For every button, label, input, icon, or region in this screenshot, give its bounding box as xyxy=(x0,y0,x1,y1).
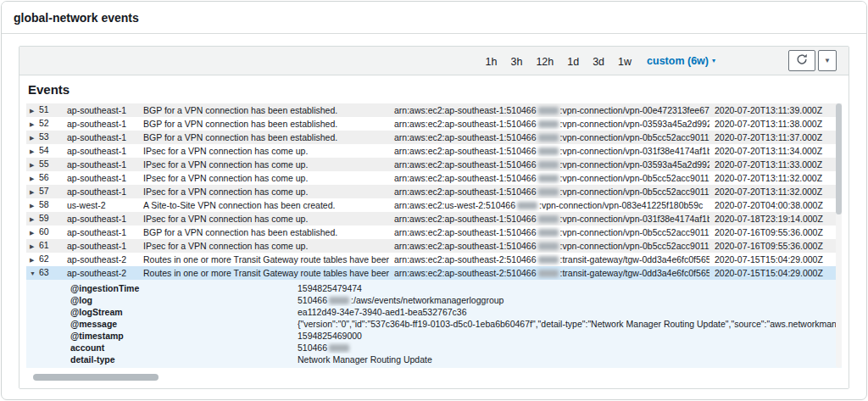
redacted-text xyxy=(538,256,559,264)
redacted-text xyxy=(538,215,559,223)
event-resource-arn: arn:aws:ec2:ap-southeast-2:510466:transi… xyxy=(389,266,709,280)
horizontal-scrollbar-thumb[interactable] xyxy=(33,374,159,381)
event-row[interactable]: ▶53ap-southeast-1BGP for a VPN connectio… xyxy=(26,131,842,144)
horizontal-scrollbar xyxy=(28,374,840,381)
range-12h-button[interactable]: 12h xyxy=(529,56,560,68)
event-row[interactable]: ▶60ap-southeast-1BGP for a VPN connectio… xyxy=(26,226,842,239)
event-row[interactable]: ▶58us-west-2A Site-to-Site VPN connectio… xyxy=(26,198,842,212)
event-row[interactable]: ▶59ap-southeast-1IPsec for a VPN connect… xyxy=(26,212,842,226)
custom-range-label: custom (6w) xyxy=(647,55,709,67)
event-message: IPsec for a VPN connection has come up. xyxy=(138,171,389,185)
range-1h-button[interactable]: 1h xyxy=(479,56,504,68)
row-number: 60 xyxy=(39,226,49,237)
event-row-number-cell: ▶60 xyxy=(26,226,62,239)
refresh-button[interactable] xyxy=(788,50,815,71)
expand-caret-icon[interactable]: ▶ xyxy=(30,104,39,117)
event-row-number-cell: ▶51 xyxy=(26,103,62,117)
event-message: BGP for a VPN connection has been establ… xyxy=(138,117,389,131)
event-row[interactable]: ▶51ap-southeast-1BGP for a VPN connectio… xyxy=(26,103,842,117)
event-resource-arn: arn:aws:ec2:ap-southeast-2:510466:transi… xyxy=(389,253,709,266)
detail-value: 1594825479474 xyxy=(298,282,842,294)
event-message: IPsec for a VPN connection has come up. xyxy=(138,239,389,253)
global-network-events-window: global-network events 1h3h12h1d3d1w cust… xyxy=(1,1,867,400)
redacted-text xyxy=(538,175,559,182)
refresh-button-group: ▼ xyxy=(788,50,837,71)
event-detail-row: @ingestionTime1594825479474@log510466:/a… xyxy=(26,280,842,368)
custom-range-button[interactable]: custom (6w) ▾ xyxy=(642,55,721,67)
event-region: ap-southeast-1 xyxy=(62,185,138,198)
range-3d-button[interactable]: 3d xyxy=(586,56,611,68)
detail-key: @ingestionTime xyxy=(26,282,298,294)
expand-caret-icon[interactable]: ▶ xyxy=(30,118,39,131)
event-row[interactable]: ▼63ap-southeast-2Routes in one or more T… xyxy=(26,266,842,280)
row-number: 56 xyxy=(39,172,49,182)
event-row[interactable]: ▶62ap-southeast-2Routes in one or more T… xyxy=(26,253,842,266)
event-row[interactable]: ▶56ap-southeast-1IPsec for a VPN connect… xyxy=(26,171,842,185)
expand-caret-icon[interactable]: ▶ xyxy=(30,213,39,226)
event-resource-arn: arn:aws:ec2:ap-southeast-1:510466:vpn-co… xyxy=(389,158,709,171)
events-panel: Events ▶51ap-southeast-1BGP for a VPN co… xyxy=(19,75,849,388)
event-timestamp: 2020-07-20T13:11:39.000Z xyxy=(709,103,842,117)
event-detail-panel: @ingestionTime1594825479474@log510466:/a… xyxy=(26,280,842,368)
expand-caret-icon[interactable]: ▶ xyxy=(30,159,39,171)
row-number: 59 xyxy=(39,213,49,223)
range-3h-button[interactable]: 3h xyxy=(504,56,529,68)
row-number: 53 xyxy=(39,131,49,142)
redacted-text xyxy=(538,270,559,277)
page-content: 1h3h12h1d3d1w custom (6w) ▾ xyxy=(2,34,866,389)
event-row[interactable]: ▶52ap-southeast-1BGP for a VPN connectio… xyxy=(26,117,842,131)
events-table-wrap: ▶51ap-southeast-1BGP for a VPN connectio… xyxy=(26,103,842,368)
event-resource-arn: arn:aws:ec2:ap-southeast-1:510466:vpn-co… xyxy=(389,103,709,117)
redacted-text xyxy=(329,297,349,304)
event-region: ap-southeast-1 xyxy=(62,117,138,131)
expand-caret-icon[interactable]: ▶ xyxy=(30,131,39,144)
event-row[interactable]: ▶57ap-southeast-1IPsec for a VPN connect… xyxy=(26,185,842,198)
event-row-number-cell: ▶61 xyxy=(26,239,62,253)
event-timestamp: 2020-07-16T09:55:36.000Z xyxy=(709,239,842,253)
event-row-number-cell: ▶52 xyxy=(26,117,62,131)
page-header: global-network events xyxy=(2,2,866,34)
event-row-number-cell: ▶54 xyxy=(26,144,62,158)
event-row-number-cell: ▶57 xyxy=(26,185,62,198)
detail-key: account xyxy=(26,342,298,354)
event-region: ap-southeast-1 xyxy=(62,131,138,144)
event-resource-arn: arn:aws:ec2:ap-southeast-1:510466:vpn-co… xyxy=(389,117,709,131)
event-timestamp: 2020-07-20T13:11:34.000Z xyxy=(709,144,842,158)
expand-caret-icon[interactable]: ▶ xyxy=(30,172,39,185)
expand-caret-icon[interactable]: ▶ xyxy=(30,145,39,158)
range-1d-button[interactable]: 1d xyxy=(560,56,586,68)
collapse-caret-icon[interactable]: ▼ xyxy=(30,267,39,280)
event-row-number-cell: ▶53 xyxy=(26,131,62,144)
events-title: Events xyxy=(28,82,842,97)
detail-value: ea112d49-34e7-3940-aed1-bea532767c36 xyxy=(298,306,842,318)
redacted-text xyxy=(538,148,559,155)
row-number: 52 xyxy=(39,118,49,128)
events-table: ▶51ap-southeast-1BGP for a VPN connectio… xyxy=(26,103,842,368)
event-row-number-cell: ▶56 xyxy=(26,171,62,185)
refresh-options-button[interactable]: ▼ xyxy=(818,50,837,71)
vertical-scrollbar xyxy=(836,103,842,368)
event-message: IPsec for a VPN connection has come up. xyxy=(138,158,389,171)
event-region: ap-southeast-1 xyxy=(62,103,138,117)
row-number: 63 xyxy=(39,267,49,277)
range-1w-button[interactable]: 1w xyxy=(611,56,638,68)
event-timestamp: 2020-07-20T04:00:38.000Z xyxy=(709,198,842,212)
expand-caret-icon[interactable]: ▶ xyxy=(30,253,39,266)
expand-caret-icon[interactable]: ▶ xyxy=(30,240,39,253)
row-number: 54 xyxy=(39,145,49,155)
event-row[interactable]: ▶55ap-southeast-1IPsec for a VPN connect… xyxy=(26,158,842,171)
expand-caret-icon[interactable]: ▶ xyxy=(30,199,39,212)
event-row[interactable]: ▶61ap-southeast-1IPsec for a VPN connect… xyxy=(26,239,842,253)
detail-field: @ingestionTime1594825479474 xyxy=(26,282,842,294)
event-resource-arn: arn:aws:ec2:ap-southeast-1:510466:vpn-co… xyxy=(389,212,709,226)
event-row-number-cell: ▶62 xyxy=(26,253,62,266)
event-row[interactable]: ▶54ap-southeast-1IPsec for a VPN connect… xyxy=(26,144,842,158)
redacted-text xyxy=(538,120,559,128)
detail-key: @logStream xyxy=(26,306,298,318)
event-region: ap-southeast-1 xyxy=(62,171,138,185)
expand-caret-icon[interactable]: ▶ xyxy=(30,226,39,239)
event-timestamp: 2020-07-20T13:11:32.000Z xyxy=(709,171,842,185)
event-region: us-west-2 xyxy=(62,198,138,212)
expand-caret-icon[interactable]: ▶ xyxy=(30,186,39,198)
vertical-scrollbar-thumb[interactable] xyxy=(836,103,842,214)
